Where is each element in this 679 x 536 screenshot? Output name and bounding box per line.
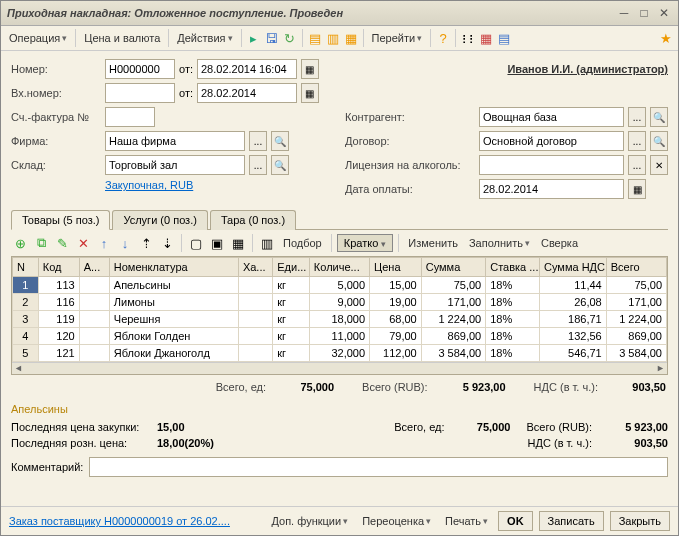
- col-total[interactable]: Всего: [606, 258, 666, 277]
- license-input[interactable]: [479, 155, 624, 175]
- ok-button[interactable]: OK: [498, 511, 533, 531]
- invoice-input[interactable]: [105, 107, 155, 127]
- contragent-pick-icon[interactable]: ...: [628, 107, 646, 127]
- footer: Заказ поставщику Н0000000019 от 26.02...…: [1, 506, 678, 535]
- license-label: Лицензия на алкоголь:: [345, 159, 475, 171]
- warehouse-pick-icon[interactable]: ...: [249, 155, 267, 175]
- warehouse-input[interactable]: [105, 155, 245, 175]
- firm-search-icon[interactable]: 🔍: [271, 131, 289, 151]
- warehouse-search-icon[interactable]: 🔍: [271, 155, 289, 175]
- table-row[interactable]: 1113Апельсиныкг5,00015,0075,0018%11,4475…: [13, 277, 667, 294]
- calendar-icon-2[interactable]: ▦: [301, 83, 319, 103]
- col-price[interactable]: Цена: [370, 258, 422, 277]
- close-button[interactable]: Закрыть: [610, 511, 670, 531]
- table-row[interactable]: 3119Черешнякг18,00068,001 224,0018%186,7…: [13, 311, 667, 328]
- in-number-input[interactable]: [105, 83, 175, 103]
- up-icon[interactable]: ↑: [95, 234, 113, 252]
- table-row[interactable]: 4120Яблоки Голденкг11,00079,00869,0018%1…: [13, 328, 667, 345]
- col-qty[interactable]: Количе...: [309, 258, 369, 277]
- paste-icon[interactable]: ▣: [208, 234, 226, 252]
- copy2-icon[interactable]: ▢: [187, 234, 205, 252]
- col-ed[interactable]: Еди...: [273, 258, 310, 277]
- doc2-icon[interactable]: ▥: [325, 30, 341, 46]
- firm-pick-icon[interactable]: ...: [249, 131, 267, 151]
- add-icon[interactable]: ⊕: [11, 234, 29, 252]
- price-currency-button[interactable]: Цена и валюта: [80, 30, 164, 46]
- minimize-icon[interactable]: ─: [616, 5, 632, 21]
- col-n[interactable]: N: [13, 258, 39, 277]
- copy-icon[interactable]: ⧉: [32, 234, 50, 252]
- pricetype-link[interactable]: Закупочная, RUB: [105, 179, 193, 191]
- calendar-icon-3[interactable]: ▦: [628, 179, 646, 199]
- extra-menu[interactable]: Доп. функции ▾: [267, 513, 352, 529]
- reval-menu[interactable]: Переоценка ▾: [358, 513, 435, 529]
- col-sum[interactable]: Сумма: [421, 258, 486, 277]
- tree-icon[interactable]: ⫶⫶: [460, 30, 476, 46]
- contragent-label: Контрагент:: [345, 111, 475, 123]
- multi-icon[interactable]: ▦: [229, 234, 247, 252]
- goods-grid[interactable]: N Код А... Номенклатура Ха... Еди... Кол…: [11, 256, 668, 375]
- sort-asc-icon[interactable]: ⇡: [137, 234, 155, 252]
- contract-search-icon[interactable]: 🔍: [650, 131, 668, 151]
- post-icon[interactable]: ▸: [246, 30, 262, 46]
- paydate-input[interactable]: [479, 179, 624, 199]
- date1-input[interactable]: [197, 59, 297, 79]
- grid-toolbar: ⊕ ⧉ ✎ ✕ ↑ ↓ ⇡ ⇣ ▢ ▣ ▦ ▥ Подбор Кратко ▾ …: [11, 230, 668, 256]
- col-vat[interactable]: Сумма НДС: [540, 258, 607, 277]
- goto-menu[interactable]: Перейти ▾: [368, 30, 427, 46]
- help-icon[interactable]: ?: [435, 30, 451, 46]
- refresh-icon[interactable]: ↻: [282, 30, 298, 46]
- col-rate[interactable]: Ставка ...: [486, 258, 540, 277]
- contragent-search-icon[interactable]: 🔍: [650, 107, 668, 127]
- select-button[interactable]: Подбор: [279, 235, 326, 251]
- license-pick-icon[interactable]: ...: [628, 155, 646, 175]
- doc3-icon[interactable]: ▦: [343, 30, 359, 46]
- edit-icon[interactable]: ✎: [53, 234, 71, 252]
- tab-tare[interactable]: Тара (0 поз.): [210, 210, 296, 230]
- save-button[interactable]: Записать: [539, 511, 604, 531]
- grid-scrollbar[interactable]: [12, 362, 667, 374]
- bars-icon[interactable]: ▦: [478, 30, 494, 46]
- maximize-icon[interactable]: □: [636, 5, 652, 21]
- star-icon[interactable]: ★: [658, 30, 674, 46]
- tab-goods[interactable]: Товары (5 поз.): [11, 210, 110, 230]
- order-link[interactable]: Заказ поставщику Н0000000019 от 26.02...…: [9, 515, 230, 527]
- contragent-input[interactable]: [479, 107, 624, 127]
- firm-label: Фирма:: [11, 135, 101, 147]
- contract-input[interactable]: [479, 131, 624, 151]
- user-label[interactable]: Иванов И.И. (администратор): [323, 63, 668, 75]
- brief-button[interactable]: Кратко ▾: [337, 234, 394, 252]
- warehouse-label: Склад:: [11, 159, 101, 171]
- fill-menu[interactable]: Заполнить ▾: [465, 235, 534, 251]
- grid-icon[interactable]: ▤: [496, 30, 512, 46]
- actions-menu[interactable]: Действия ▾: [173, 30, 236, 46]
- comment-input[interactable]: [89, 457, 668, 477]
- barcode-icon[interactable]: ▥: [258, 234, 276, 252]
- sort-desc-icon[interactable]: ⇣: [158, 234, 176, 252]
- col-nom[interactable]: Номенклатура: [109, 258, 238, 277]
- col-ha[interactable]: Ха...: [238, 258, 272, 277]
- print-menu[interactable]: Печать ▾: [441, 513, 492, 529]
- number-input[interactable]: [105, 59, 175, 79]
- contract-pick-icon[interactable]: ...: [628, 131, 646, 151]
- operation-menu[interactable]: Операция ▾: [5, 30, 71, 46]
- license-clear-icon[interactable]: ✕: [650, 155, 668, 175]
- last-retail-label: Последняя розн. цена:: [11, 437, 151, 449]
- main-toolbar: Операция ▾ Цена и валюта Действия ▾ ▸ 🖫 …: [1, 26, 678, 51]
- save-icon[interactable]: 🖫: [264, 30, 280, 46]
- delete-icon[interactable]: ✕: [74, 234, 92, 252]
- change-button[interactable]: Изменить: [404, 235, 462, 251]
- col-code[interactable]: Код: [38, 258, 79, 277]
- firm-input[interactable]: [105, 131, 245, 151]
- doc1-icon[interactable]: ▤: [307, 30, 323, 46]
- d-qty: 75,000: [450, 421, 510, 433]
- table-row[interactable]: 2116Лимоныкг9,00019,00171,0018%26,08171,…: [13, 294, 667, 311]
- reconcile-button[interactable]: Сверка: [537, 235, 582, 251]
- close-icon[interactable]: ✕: [656, 5, 672, 21]
- down-icon[interactable]: ↓: [116, 234, 134, 252]
- col-a[interactable]: А...: [79, 258, 109, 277]
- calendar-icon-1[interactable]: ▦: [301, 59, 319, 79]
- date2-input[interactable]: [197, 83, 297, 103]
- table-row[interactable]: 5121Яблоки Джаноголдкг32,000112,003 584,…: [13, 345, 667, 362]
- tab-services[interactable]: Услуги (0 поз.): [112, 210, 207, 230]
